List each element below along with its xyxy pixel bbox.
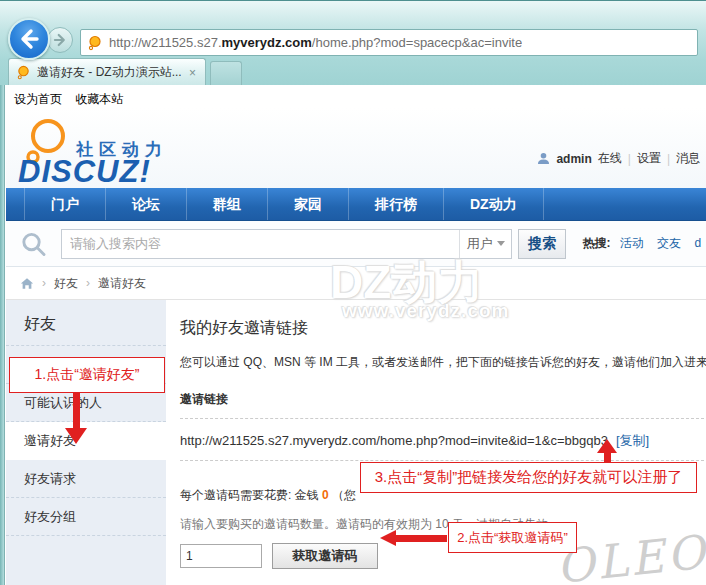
- quantity-input[interactable]: [180, 544, 262, 568]
- buy-row: 获取邀请码: [180, 543, 706, 569]
- user-strip: admin 在线 | 设置 | 消息: [537, 150, 700, 167]
- breadcrumb-invite[interactable]: 邀请好友: [98, 275, 146, 292]
- sidebar-item-friend-groups[interactable]: 好友分组: [6, 498, 166, 536]
- divider: [180, 460, 706, 461]
- separator: |: [667, 152, 670, 166]
- get-invite-code-button[interactable]: 获取邀请码: [272, 543, 378, 569]
- annotation-step1: 1.点击“邀请好友”: [9, 357, 165, 393]
- search-input[interactable]: [62, 236, 459, 251]
- window-frame-left: [0, 85, 5, 585]
- cost-value: 0: [322, 488, 329, 502]
- tab-title: 邀请好友 - DZ动力演示站...: [37, 64, 181, 81]
- invite-link-url: http://w211525.s27.myverydz.com/home.php…: [180, 433, 608, 448]
- hot-search-item[interactable]: 交友: [657, 236, 681, 250]
- nav-item-dz[interactable]: DZ动力: [444, 188, 544, 220]
- annotation-arrow3-head-icon: [597, 439, 617, 453]
- page-title: 我的好友邀请链接: [180, 318, 706, 339]
- nav-item-home[interactable]: 家园: [268, 188, 349, 220]
- cost-prefix: 每个邀请码需要花费: 金钱: [180, 488, 322, 502]
- sidebar-title: 好友: [6, 300, 166, 346]
- forward-arrow-icon: [53, 33, 67, 47]
- chevron-down-icon: [497, 241, 505, 246]
- logo-wordmark: DISCUZ!: [18, 154, 151, 190]
- tab-close-icon[interactable]: ×: [187, 66, 198, 80]
- online-status: 在线: [598, 150, 622, 167]
- nav-item-portal[interactable]: 门户: [24, 188, 106, 220]
- address-bar[interactable]: http://w211525.s27.myverydz.com/home.php…: [80, 29, 698, 56]
- site-logo[interactable]: 社区动力 DISCUZ!: [14, 114, 214, 186]
- annotation-step2: 2.点击“获取邀请码”: [448, 522, 577, 553]
- sidebar-item-friend-requests[interactable]: 好友请求: [6, 460, 166, 498]
- search-scope-label: 用户: [467, 235, 493, 253]
- invite-link-line: http://w211525.s27.myverydz.com/home.php…: [180, 432, 706, 450]
- set-home-link[interactable]: 设为首页: [14, 92, 62, 106]
- browser-chrome: http://w211525.s27.myverydz.com/home.php…: [0, 0, 706, 85]
- annotation-arrow2-head-icon: [380, 530, 396, 546]
- hot-search-label: 热搜:: [582, 236, 610, 250]
- nav-item-group[interactable]: 群组: [187, 188, 268, 220]
- settings-link[interactable]: 设置: [637, 150, 661, 167]
- search-icon: [20, 230, 47, 258]
- home-icon[interactable]: [20, 277, 34, 290]
- breadcrumb-friends[interactable]: 好友: [54, 275, 78, 292]
- site-favicon-icon: [87, 35, 103, 51]
- separator: |: [628, 152, 631, 166]
- invite-link-label: 邀请链接: [180, 391, 706, 408]
- site-header: 社区动力 DISCUZ! admin 在线 | 设置 | 消息: [6, 108, 706, 188]
- breadcrumb: › 好友 › 邀请好友: [6, 267, 706, 300]
- new-tab-button[interactable]: [210, 61, 242, 86]
- search-row: 用户 搜索 热搜: 活动 交友 d: [6, 221, 706, 267]
- annotation-arrow1-shaft: [73, 393, 80, 429]
- page-viewport: 设为首页 收藏本站 社区动力 DISCUZ! admin 在线 | 设置 | 消…: [6, 85, 706, 585]
- copy-link[interactable]: [复制]: [616, 433, 649, 448]
- quicklinks-bar: 设为首页 收藏本站: [6, 85, 706, 108]
- browser-tab[interactable]: 邀请好友 - DZ动力演示站... ×: [8, 58, 206, 86]
- bookmark-link[interactable]: 收藏本站: [75, 92, 123, 106]
- cost-suffix: （您: [329, 488, 356, 502]
- main-navbar: 门户 论坛 群组 家园 排行榜 DZ动力: [6, 188, 706, 221]
- annotation-step3: 3.点击“复制”把链接发给您的好友就可以注册了: [360, 462, 697, 493]
- annotation-arrow1-head-icon: [65, 428, 87, 444]
- intro-text: 您可以通过 QQ、MSN 等 IM 工具，或者发送邮件，把下面的链接告诉您的好友…: [180, 354, 706, 371]
- hot-search-item[interactable]: 活动: [620, 236, 644, 250]
- nav-item-ranklist[interactable]: 排行榜: [349, 188, 444, 220]
- divider: [180, 418, 706, 419]
- url-text: http://w211525.s27.myverydz.com/home.php…: [109, 35, 522, 50]
- username-link[interactable]: admin: [556, 152, 591, 166]
- search-button[interactable]: 搜索: [518, 229, 566, 259]
- breadcrumb-separator: ›: [42, 276, 46, 290]
- buy-hint: 请输入要购买的邀请码数量。邀请码的有效期为 10 天，过期自动失效: [180, 516, 706, 533]
- search-box: 用户: [61, 229, 512, 259]
- hot-search-item[interactable]: d: [694, 236, 701, 250]
- browser-back-button[interactable]: [8, 18, 50, 60]
- search-scope-dropdown[interactable]: 用户: [459, 230, 511, 258]
- annotation-arrow3-shaft: [604, 452, 611, 462]
- hot-search: 热搜: 活动 交友 d: [582, 235, 706, 252]
- tab-favicon-icon: [16, 65, 31, 80]
- user-icon: [537, 152, 550, 165]
- breadcrumb-separator: ›: [86, 276, 90, 290]
- nav-item-forum[interactable]: 论坛: [106, 188, 187, 220]
- messages-link[interactable]: 消息: [676, 150, 700, 167]
- back-arrow-icon: [18, 28, 40, 50]
- annotation-arrow2-shaft: [395, 535, 447, 542]
- browser-forward-button[interactable]: [47, 27, 73, 53]
- main-content: 我的好友邀请链接 您可以通过 QQ、MSN 等 IM 工具，或者发送邮件，把下面…: [166, 300, 706, 585]
